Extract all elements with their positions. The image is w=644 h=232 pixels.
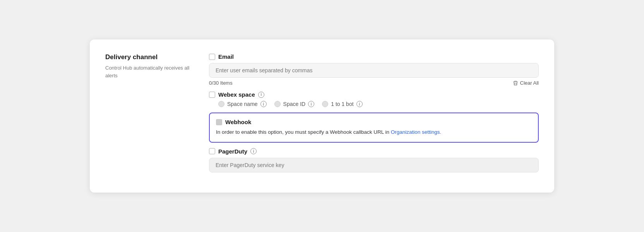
webhook-label: Webhook (225, 119, 251, 125)
webhook-box: Webhook In order to enable this option, … (209, 113, 539, 142)
webex-info-icon[interactable]: i (258, 92, 264, 98)
pagerduty-info-icon[interactable]: i (250, 148, 257, 154)
items-count: 0/30 Items (209, 80, 233, 86)
email-channel-row: Email 0/30 Items Clear All (209, 53, 539, 86)
webhook-desc-prefix: In order to enable this option, you must… (216, 129, 391, 135)
left-column: Delivery channel Control Hub automatical… (105, 53, 190, 178)
radio-circle-space-id (274, 101, 281, 107)
pagerduty-input[interactable] (209, 158, 539, 172)
email-input[interactable] (209, 63, 539, 78)
webex-checkbox[interactable] (209, 92, 215, 98)
webhook-description: In order to enable this option, you must… (216, 128, 532, 136)
organization-settings-link[interactable]: Organization settings. (391, 129, 442, 135)
radio-circle-1to1-bot (322, 101, 328, 107)
delivery-channel-card: Delivery channel Control Hub automatical… (90, 39, 554, 192)
space-name-info-icon[interactable]: i (260, 101, 267, 107)
webhook-square-icon (216, 119, 222, 125)
clear-all-label: Clear All (520, 80, 539, 86)
radio-circle-space-name (218, 101, 224, 107)
radio-label-1to1-bot: 1 to 1 bot (331, 101, 353, 107)
webex-channel-row: Webex space i Space name i Space ID i (209, 91, 539, 107)
email-label: Email (218, 53, 234, 60)
pagerduty-label: PagerDuty (218, 148, 247, 155)
clear-all-button[interactable]: Clear All (513, 80, 539, 86)
email-checkbox[interactable] (209, 54, 215, 60)
space-id-info-icon[interactable]: i (308, 101, 314, 107)
trash-icon (513, 80, 518, 86)
right-column: Email 0/30 Items Clear All (209, 53, 539, 178)
radio-label-space-name: Space name (227, 101, 258, 107)
radio-label-space-id: Space ID (283, 101, 306, 107)
radio-space-id[interactable]: Space ID i (274, 101, 315, 107)
1to1-bot-info-icon[interactable]: i (356, 101, 363, 107)
radio-space-name[interactable]: Space name i (218, 101, 267, 107)
webex-label: Webex space (218, 91, 255, 98)
section-title: Delivery channel (105, 53, 190, 61)
pagerduty-checkbox[interactable] (209, 148, 215, 154)
webex-radio-group: Space name i Space ID i 1 to 1 bot i (218, 101, 539, 107)
pagerduty-channel-row: PagerDuty i (209, 148, 539, 175)
radio-1to1-bot[interactable]: 1 to 1 bot i (322, 101, 362, 107)
section-description: Control Hub automatically receives all a… (105, 64, 190, 79)
